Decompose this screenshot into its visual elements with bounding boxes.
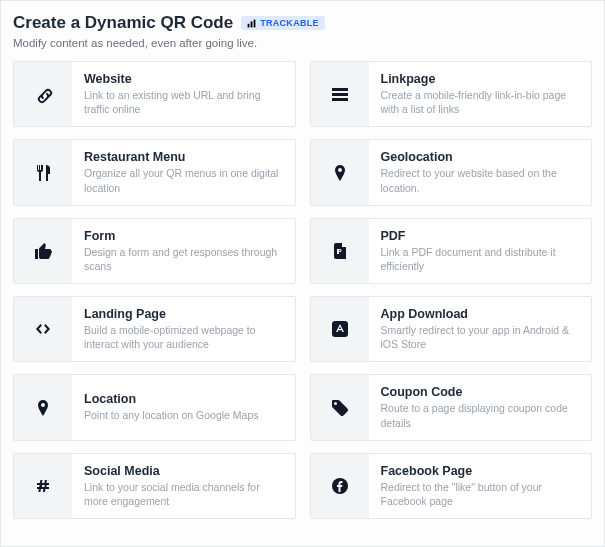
option-card-title: App Download <box>381 307 580 321</box>
option-card-desc: Link a PDF document and distribute it ef… <box>381 245 580 273</box>
option-card-title: Linkpage <box>381 72 580 86</box>
option-card-title: Website <box>84 72 283 86</box>
option-card-title: Location <box>84 392 259 406</box>
option-card[interactable]: Landing PageBuild a mobile-optimized web… <box>13 296 296 362</box>
option-card-title: Restaurant Menu <box>84 150 283 164</box>
option-card-body: FormDesign a form and get responses thro… <box>72 219 295 283</box>
option-card-desc: Redirect to the "like" button of your Fa… <box>381 480 580 508</box>
option-card-title: Coupon Code <box>381 385 580 399</box>
option-card-body: Restaurant MenuOrganize all your QR menu… <box>72 140 295 204</box>
option-card-title: Landing Page <box>84 307 283 321</box>
header-title-row: Create a Dynamic QR Code TRACKABLE <box>13 13 592 33</box>
app-icon <box>311 297 369 361</box>
menu-icon <box>311 62 369 126</box>
option-card-title: Form <box>84 229 283 243</box>
pdf-icon <box>311 219 369 283</box>
trackable-badge-label: TRACKABLE <box>260 18 319 28</box>
option-card-desc: Create a mobile-friendly link-in-bio pag… <box>381 88 580 116</box>
option-card-body: Landing PageBuild a mobile-optimized web… <box>72 297 295 361</box>
option-card-body: LinkpageCreate a mobile-friendly link-in… <box>369 62 592 126</box>
option-card-desc: Design a form and get responses through … <box>84 245 283 273</box>
option-card[interactable]: Facebook PageRedirect to the "like" butt… <box>310 453 593 519</box>
option-card-body: LocationPoint to any location on Google … <box>72 375 271 439</box>
option-card-body: GeolocationRedirect to your website base… <box>369 140 592 204</box>
page-title: Create a Dynamic QR Code <box>13 13 233 33</box>
option-card-title: Facebook Page <box>381 464 580 478</box>
qr-type-selection-panel: Create a Dynamic QR Code TRACKABLE Modif… <box>0 0 605 547</box>
option-card[interactable]: WebsiteLink to an existing web URL and b… <box>13 61 296 127</box>
option-card-title: Social Media <box>84 464 283 478</box>
header: Create a Dynamic QR Code TRACKABLE Modif… <box>13 13 592 49</box>
option-card[interactable]: App DownloadSmartly redirect to your app… <box>310 296 593 362</box>
facebook-icon <box>311 454 369 518</box>
code-icon <box>14 297 72 361</box>
option-card[interactable]: GeolocationRedirect to your website base… <box>310 139 593 205</box>
option-card-desc: Link to your social media channels for m… <box>84 480 283 508</box>
option-card-desc: Redirect to your website based on the lo… <box>381 166 580 194</box>
option-card-desc: Organize all your QR menus in one digita… <box>84 166 283 194</box>
option-card-body: WebsiteLink to an existing web URL and b… <box>72 62 295 126</box>
trackable-badge: TRACKABLE <box>241 16 325 30</box>
option-card-body: Facebook PageRedirect to the "like" butt… <box>369 454 592 518</box>
option-card[interactable]: FormDesign a form and get responses thro… <box>13 218 296 284</box>
tag-icon <box>311 375 369 439</box>
option-card-body: App DownloadSmartly redirect to your app… <box>369 297 592 361</box>
option-card[interactable]: Restaurant MenuOrganize all your QR menu… <box>13 139 296 205</box>
option-card-body: Social MediaLink to your social media ch… <box>72 454 295 518</box>
thumbsup-icon <box>14 219 72 283</box>
option-card[interactable]: PDFLink a PDF document and distribute it… <box>310 218 593 284</box>
option-card[interactable]: Coupon CodeRoute to a page displaying co… <box>310 374 593 440</box>
pin-icon <box>311 140 369 204</box>
option-card-desc: Link to an existing web URL and bring tr… <box>84 88 283 116</box>
option-card-body: Coupon CodeRoute to a page displaying co… <box>369 375 592 439</box>
option-card-desc: Build a mobile-optimized webpage to inte… <box>84 323 283 351</box>
option-card-desc: Point to any location on Google Maps <box>84 408 259 422</box>
link-icon <box>14 62 72 126</box>
option-card[interactable]: Social MediaLink to your social media ch… <box>13 453 296 519</box>
utensils-icon <box>14 140 72 204</box>
page-subtitle: Modify content as needed, even after goi… <box>13 37 592 49</box>
pin-icon <box>14 375 72 439</box>
options-grid: WebsiteLink to an existing web URL and b… <box>13 61 592 519</box>
option-card[interactable]: LinkpageCreate a mobile-friendly link-in… <box>310 61 593 127</box>
option-card-desc: Route to a page displaying coupon code d… <box>381 401 580 429</box>
option-card-title: PDF <box>381 229 580 243</box>
option-card-body: PDFLink a PDF document and distribute it… <box>369 219 592 283</box>
option-card-desc: Smartly redirect to your app in Android … <box>381 323 580 351</box>
hash-icon <box>14 454 72 518</box>
bar-chart-icon <box>247 19 256 28</box>
option-card[interactable]: LocationPoint to any location on Google … <box>13 374 296 440</box>
option-card-title: Geolocation <box>381 150 580 164</box>
